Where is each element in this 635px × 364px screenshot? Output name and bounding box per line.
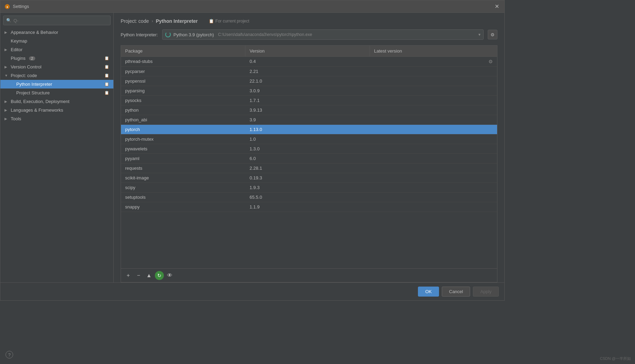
chevron-right-icon: ▶ (4, 48, 9, 52)
package-version: 2.21 (245, 67, 370, 76)
package-name: pycparser (121, 67, 245, 76)
chevron-right-icon: ▶ (4, 108, 9, 112)
package-version: 65.5.0 (245, 193, 370, 202)
titlebar-left: ♦ Settings (4, 4, 29, 9)
cancel-button[interactable]: Cancel (442, 287, 470, 297)
help-button[interactable]: ? (6, 351, 13, 358)
package-name: snappy (121, 202, 245, 212)
sidebar-item-label: Appearance & Behavior (11, 30, 58, 35)
table-row[interactable]: pytorch-mutex 1.0 (121, 134, 497, 144)
svg-text:♦: ♦ (7, 5, 8, 9)
package-latest (370, 105, 497, 115)
chevron-right-icon: ▶ (4, 30, 9, 34)
package-name: pyyaml (121, 154, 245, 163)
table-row[interactable]: scipy 1.9.3 (121, 183, 497, 193)
sidebar-item-project-code[interactable]: ▼ Project: code 📋 (0, 71, 113, 80)
package-latest (370, 125, 497, 134)
copy-icon: 📋 (104, 56, 109, 60)
table-row[interactable]: pyyaml 6.0 (121, 154, 497, 164)
sidebar-item-python-interpreter[interactable]: Python Interpreter 📋 (0, 80, 113, 88)
add-package-button[interactable]: + (124, 271, 133, 280)
dialog-body: 🔍 ▶ Appearance & Behavior Keymap ▶ Edito… (0, 13, 504, 282)
interpreter-settings-button[interactable]: ⚙ (488, 30, 497, 39)
sidebar-item-label: Keymap (11, 38, 27, 44)
plugins-badge: 2 (29, 56, 35, 60)
up-button[interactable]: ▲ (144, 271, 153, 280)
sidebar-item-keymap[interactable]: Keymap (0, 37, 113, 45)
package-name: pyopenssl (121, 76, 245, 86)
package-version: 2.28.1 (245, 164, 370, 173)
table-row[interactable]: pyparsing 3.0.9 (121, 86, 497, 96)
gear-icon: ⚙ (491, 32, 495, 37)
table-row[interactable]: pthread-stubs 0.4 ⚙ (121, 57, 497, 67)
sidebar-item-editor[interactable]: ▶ Editor (0, 45, 113, 54)
package-name: pytorch-mutex (121, 134, 245, 144)
interpreter-label: Python Interpreter: (121, 32, 158, 37)
sidebar-item-appearance[interactable]: ▶ Appearance & Behavior (0, 28, 113, 37)
close-button[interactable]: ✕ (493, 3, 500, 10)
package-name: scikit-image (121, 173, 245, 183)
package-latest (370, 173, 497, 183)
ok-button[interactable]: OK (418, 287, 439, 297)
table-row[interactable]: pysocks 1.7.1 (121, 96, 497, 105)
sidebar-item-tools[interactable]: ▶ Tools (0, 114, 113, 123)
package-version: 1.0 (245, 134, 370, 144)
sidebar-item-project-structure[interactable]: Project Structure 📋 (0, 88, 113, 97)
table-row[interactable]: pyopenssl 22.1.0 (121, 76, 497, 86)
package-latest (370, 115, 497, 124)
package-name: pysocks (121, 96, 245, 105)
copy-icon: 📋 (104, 91, 109, 95)
table-row[interactable]: pytorch 1.13.0 (121, 125, 497, 134)
search-input[interactable] (13, 18, 108, 23)
sidebar: 🔍 ▶ Appearance & Behavior Keymap ▶ Edito… (0, 13, 114, 282)
table-row[interactable]: setuptools 65.5.0 (121, 193, 497, 202)
apply-button[interactable]: Apply (473, 287, 499, 297)
package-latest (370, 67, 497, 76)
sidebar-item-version-control[interactable]: ▶ Version Control 📋 (0, 63, 113, 71)
table-row[interactable]: requests 2.28.1 (121, 164, 497, 173)
package-latest (370, 76, 497, 86)
package-version: 0.4 (245, 57, 370, 66)
sidebar-item-label: Plugins (11, 56, 26, 61)
table-header: Package Version Latest version (121, 46, 497, 57)
loading-icon: ⚙ (488, 59, 493, 64)
interpreter-path: C:\Users\daifu\anaconda3\envs\pytorch\py… (218, 32, 312, 37)
eye-button[interactable]: 👁 (165, 271, 174, 280)
table-row[interactable]: snappy 1.1.9 (121, 202, 497, 212)
interpreter-select[interactable]: Python 3.9 (pytorch) C:\Users\daifu\anac… (162, 29, 484, 40)
search-box[interactable]: 🔍 (3, 16, 111, 25)
dropdown-arrow-icon: ▾ (478, 32, 480, 37)
package-version: 1.13.0 (245, 125, 370, 134)
sidebar-item-languages[interactable]: ▶ Languages & Frameworks (0, 106, 113, 114)
breadcrumb-separator: › (152, 19, 153, 24)
titlebar: ♦ Settings ✕ (0, 0, 504, 13)
settings-dialog: ♦ Settings ✕ 🔍 ▶ Appearance & Behavior (0, 0, 505, 301)
table-row[interactable]: pywavelets 1.3.0 (121, 144, 497, 154)
sidebar-item-plugins[interactable]: Plugins 2 📋 (0, 54, 113, 63)
table-row[interactable]: python 3.9.13 (121, 105, 497, 115)
package-latest (370, 193, 497, 202)
package-name: requests (121, 164, 245, 173)
sidebar-item-label: Editor (11, 47, 22, 52)
info-icon: 📋 (209, 19, 214, 24)
chevron-down-icon: ▼ (4, 74, 9, 77)
table-row[interactable]: python_abi 3.9 (121, 115, 497, 125)
package-name: python (121, 105, 245, 115)
sidebar-item-build[interactable]: ▶ Build, Execution, Deployment (0, 97, 113, 106)
sidebar-item-label: Project Structure (16, 90, 50, 95)
sidebar-item-label: Build, Execution, Deployment (11, 99, 69, 104)
table-row[interactable]: pycparser 2.21 (121, 67, 497, 76)
breadcrumb-info-text: For current project (215, 19, 249, 24)
packages-table: Package Version Latest version pthread-s… (121, 45, 497, 282)
table-body: pthread-stubs 0.4 ⚙ pycparser 2.21 pyope… (121, 57, 497, 268)
package-latest (370, 86, 497, 95)
package-name: setuptools (121, 193, 245, 202)
remove-package-button[interactable]: − (134, 271, 143, 280)
breadcrumb: Project: code › Python Interpreter 📋 For… (121, 18, 497, 24)
table-row[interactable]: scikit-image 0.19.3 (121, 173, 497, 183)
sidebar-item-label: Project: code (11, 73, 37, 78)
package-version: 3.9.13 (245, 105, 370, 115)
sidebar-item-label: Tools (11, 116, 21, 121)
package-name: scipy (121, 183, 245, 192)
refresh-button[interactable]: ↻ (155, 271, 164, 280)
